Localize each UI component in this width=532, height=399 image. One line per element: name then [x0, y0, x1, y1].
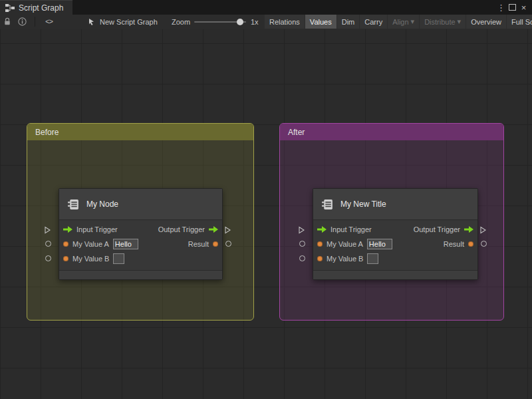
result-port[interactable] — [468, 241, 473, 247]
zoom-slider-handle[interactable] — [237, 19, 243, 25]
kebab-menu-icon: ⋮ — [497, 3, 505, 13]
chevron-down-icon: ▾ — [411, 17, 415, 26]
script-graph-icon — [5, 4, 15, 12]
value-b-port[interactable] — [63, 256, 68, 261]
trigger-arrow-icon — [63, 226, 72, 233]
external-value-a-port[interactable] — [45, 241, 51, 247]
node-header: My New Title — [313, 189, 477, 220]
values-button[interactable]: Values — [305, 15, 336, 29]
titlebar: Script Graph ⋮ × — [0, 0, 532, 15]
info-button[interactable] — [18, 15, 27, 29]
value-a-label: My Value A — [72, 240, 109, 248]
result-label: Result — [444, 240, 464, 248]
zoom-slider-track[interactable] — [194, 21, 246, 23]
tab-script-graph[interactable]: Script Graph — [0, 0, 72, 15]
value-b-input[interactable] — [113, 253, 124, 264]
trigger-row: Input Trigger Output Trigger — [59, 222, 222, 237]
group-before-header[interactable]: Before — [27, 124, 253, 140]
code-icon: <> — [45, 18, 53, 26]
lock-icon — [3, 17, 11, 26]
value-b-input[interactable] — [367, 253, 378, 264]
output-trigger-port[interactable] — [464, 226, 473, 233]
node-my-node[interactable]: My Node Input Trigger Output Trigger — [59, 188, 223, 280]
external-value-a-port[interactable] — [299, 241, 305, 247]
carry-button[interactable]: Carry — [360, 15, 387, 29]
maximize-button[interactable] — [507, 1, 518, 13]
chevron-down-icon: ▾ — [458, 17, 462, 26]
close-icon: × — [521, 3, 527, 13]
node-title: My Node — [86, 200, 118, 209]
dim-button[interactable]: Dim — [337, 15, 360, 29]
input-trigger-label: Input Trigger — [76, 225, 118, 233]
value-a-row: My Value A Result — [59, 237, 222, 251]
lock-button[interactable] — [3, 15, 11, 29]
window-controls: ⋮ × — [495, 0, 532, 15]
zoom-value: 1x — [251, 15, 259, 29]
external-input-trigger-port[interactable] — [45, 225, 51, 237]
external-output-trigger-port[interactable] — [480, 225, 486, 237]
result-port[interactable] — [213, 241, 218, 247]
edit-source-button[interactable]: <> — [45, 15, 53, 29]
node-footer — [313, 270, 477, 279]
node-my-new-title[interactable]: My New Title Input Trigger Output Trigge… — [313, 188, 478, 280]
zoom-label: Zoom — [172, 15, 190, 29]
graph-breadcrumb[interactable]: New Script Graph — [88, 15, 158, 29]
value-a-label: My Value A — [327, 240, 363, 248]
input-trigger-label: Input Trigger — [331, 225, 372, 233]
align-dropdown[interactable]: Align ▾ — [388, 15, 419, 29]
unit-node-icon — [67, 198, 80, 211]
external-result-port[interactable] — [225, 241, 231, 247]
value-b-port[interactable] — [317, 256, 323, 261]
output-trigger-label: Output Trigger — [414, 225, 460, 233]
value-a-port[interactable] — [63, 241, 68, 247]
node-header: My Node — [59, 189, 222, 220]
trigger-arrow-icon — [317, 226, 327, 233]
script-graph-window: Script Graph ⋮ × <> — [0, 0, 532, 399]
toolbar: <> New Script Graph Zoom 1x Relations Va… — [0, 15, 532, 30]
trigger-port-outline-icon — [480, 226, 486, 234]
trigger-port-outline-icon — [45, 226, 51, 234]
toolbar-separator — [35, 17, 35, 27]
output-trigger-port[interactable] — [209, 226, 218, 233]
trigger-arrow-icon — [464, 226, 473, 233]
input-trigger-port[interactable] — [63, 226, 72, 233]
external-output-trigger-port[interactable] — [225, 225, 231, 237]
trigger-port-outline-icon — [299, 226, 305, 234]
tab-title: Script Graph — [19, 3, 63, 13]
distribute-dropdown[interactable]: Distribute ▾ — [420, 15, 466, 29]
close-button[interactable]: × — [518, 1, 529, 13]
input-trigger-port[interactable] — [317, 226, 327, 233]
external-input-trigger-port[interactable] — [299, 225, 305, 237]
node-title: My New Title — [340, 200, 386, 209]
value-a-input[interactable] — [367, 239, 392, 249]
value-a-row: My Value A Result — [313, 237, 477, 251]
node-rows: Input Trigger Output Trigger My Value A … — [59, 220, 222, 266]
info-icon — [18, 17, 27, 26]
trigger-port-outline-icon — [225, 226, 231, 234]
external-result-port[interactable] — [481, 241, 487, 247]
value-b-label: My Value B — [327, 255, 363, 263]
external-value-b-port[interactable] — [299, 255, 305, 261]
group-title: After — [288, 128, 305, 137]
node-rows: Input Trigger Output Trigger My Value A … — [313, 220, 477, 266]
group-title: Before — [35, 128, 59, 137]
unit-node-icon — [321, 198, 334, 211]
value-b-label: My Value B — [72, 255, 109, 263]
external-value-b-port[interactable] — [45, 255, 51, 261]
value-a-input[interactable] — [113, 239, 138, 249]
window-menu-button[interactable]: ⋮ — [495, 1, 507, 13]
relations-button[interactable]: Relations — [265, 15, 305, 29]
overview-button[interactable]: Overview — [466, 15, 506, 29]
result-label: Result — [188, 240, 209, 248]
group-after-header[interactable]: After — [280, 124, 503, 140]
node-footer — [59, 270, 222, 279]
value-a-port[interactable] — [317, 241, 323, 247]
trigger-row: Input Trigger Output Trigger — [313, 222, 477, 237]
fullscreen-button[interactable]: Full Scr — [507, 15, 532, 29]
graph-canvas[interactable]: Before After My Node — [0, 29, 532, 399]
zoom-slider[interactable] — [194, 15, 246, 29]
output-trigger-label: Output Trigger — [158, 225, 205, 233]
value-b-row: My Value B — [59, 251, 222, 266]
toolbar-buttons: Relations Values Dim Carry Align ▾ Distr… — [265, 15, 532, 29]
graph-pointer-icon — [88, 18, 96, 26]
